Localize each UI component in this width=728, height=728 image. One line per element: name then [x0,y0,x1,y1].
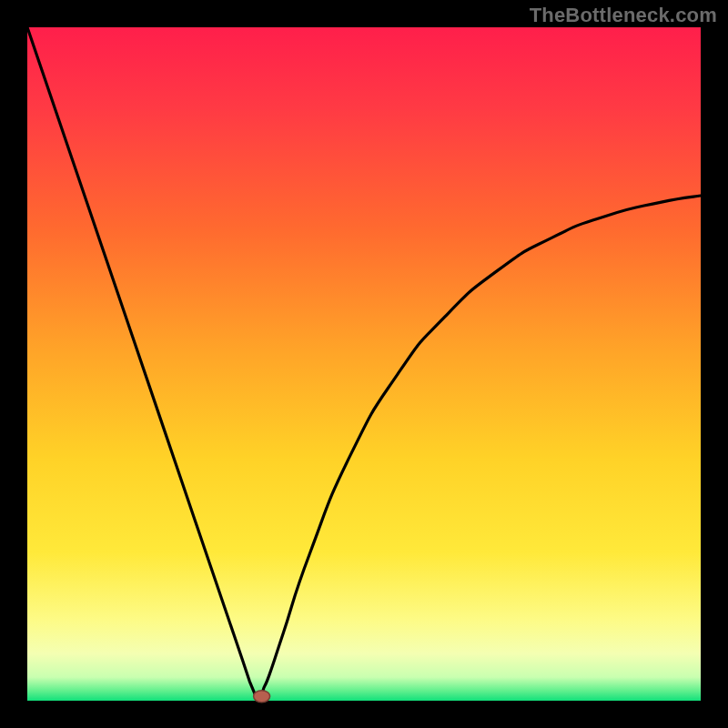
optimal-point-marker [254,691,270,703]
plot-background [27,27,701,701]
chart-frame: TheBottleneck.com [0,0,728,728]
watermark-text: TheBottleneck.com [530,4,717,27]
bottleneck-chart [0,0,728,728]
